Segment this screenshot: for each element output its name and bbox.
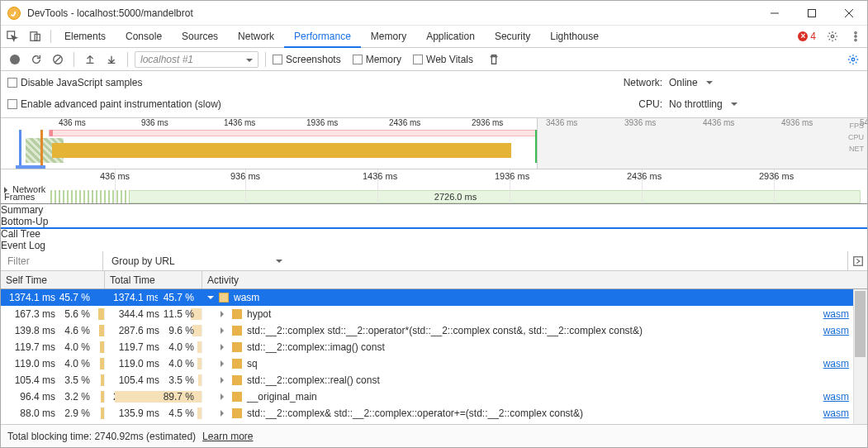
script-icon <box>232 408 242 418</box>
script-icon <box>219 293 229 303</box>
disable-js-checkbox[interactable]: Disable JavaScript samples <box>7 77 142 88</box>
session-dropdown[interactable]: localhost #1 <box>135 51 259 68</box>
activity-name: wasm <box>234 292 259 303</box>
load-profile-button[interactable] <box>81 50 99 69</box>
expand-icon[interactable] <box>221 377 227 384</box>
tab-lighthouse[interactable]: Lighthouse <box>540 26 609 47</box>
webvitals-checkbox[interactable]: Web Vitals <box>413 54 473 65</box>
capture-settings-icon[interactable] <box>844 50 862 69</box>
screenshots-checkbox[interactable]: Screenshots <box>273 54 341 65</box>
group-by-dropdown[interactable]: Group by URL <box>103 251 183 270</box>
expand-icon[interactable] <box>221 393 227 400</box>
close-button[interactable] <box>830 1 867 26</box>
tab-network[interactable]: Network <box>228 26 284 47</box>
script-icon <box>232 326 242 336</box>
tab-elements[interactable]: Elements <box>55 26 116 47</box>
table-row[interactable]: 167.3 ms5.6 %344.4 ms11.5 %hypotwasm <box>1 306 867 322</box>
expand-icon[interactable] <box>221 327 227 334</box>
script-icon <box>232 392 242 402</box>
save-profile-button[interactable] <box>102 50 121 69</box>
table-header: Self Time Total Time Activity <box>1 271 867 289</box>
memory-checkbox[interactable]: Memory <box>353 54 401 65</box>
performance-toolbar: localhost #1 Screenshots Memory Web Vita… <box>1 48 867 71</box>
analysis-tab-call-tree[interactable]: Call Tree <box>1 228 867 240</box>
svg-rect-0 <box>808 9 815 17</box>
record-button[interactable] <box>6 50 24 69</box>
inspect-icon[interactable] <box>1 26 24 47</box>
maximize-button[interactable] <box>793 1 830 26</box>
analysis-tab-summary[interactable]: Summary <box>1 204 867 216</box>
filter-bar: Group by URL <box>1 251 867 271</box>
table-row[interactable]: 96.4 ms3.2 %2698.5 ms89.7 %__original_ma… <box>1 388 867 405</box>
devtools-icon <box>7 7 21 20</box>
error-count-badge[interactable]: 4 <box>793 26 821 47</box>
panel-tabs: ElementsConsoleSourcesNetworkPerformance… <box>1 26 867 48</box>
table-row[interactable]: 1374.1 ms45.7 %1374.1 ms45.7 %wasm <box>1 289 867 306</box>
tab-application[interactable]: Application <box>416 26 485 47</box>
window-titlebar: DevTools - localhost:5000/mandelbrot <box>1 1 867 26</box>
activity-name: std::__2::complex::real() const <box>247 374 380 386</box>
expand-icon[interactable] <box>221 311 227 317</box>
network-throttling-dropdown[interactable]: Online <box>669 77 713 88</box>
svg-rect-10 <box>853 256 862 265</box>
expand-icon[interactable] <box>221 344 227 350</box>
chevron-down-icon <box>276 260 282 266</box>
settings-gear-icon[interactable] <box>821 26 844 47</box>
frames-lane-label: Frames <box>4 192 35 202</box>
table-row[interactable]: 119.0 ms4.0 %119.0 ms4.0 %sqwasm <box>1 355 867 372</box>
window-title: DevTools - localhost:5000/mandelbrot <box>27 7 756 19</box>
device-toggle-icon[interactable] <box>24 26 47 47</box>
bottom-up-table: 1374.1 ms45.7 %1374.1 ms45.7 %wasm167.3 … <box>1 289 867 424</box>
analysis-tab-event-log[interactable]: Event Log <box>1 240 867 251</box>
flame-chart-header[interactable]: 436 ms936 ms1436 ms1936 ms2436 ms2936 ms… <box>1 169 867 204</box>
activity-name: std::__2::complex std::__2::operator*(st… <box>247 325 643 336</box>
vertical-scrollbar[interactable] <box>853 289 867 424</box>
script-icon <box>232 359 242 369</box>
clear-button[interactable] <box>49 50 67 69</box>
expand-heaviest-stack-icon[interactable] <box>847 251 867 270</box>
capture-settings-panel: Disable JavaScript samples Network: Onli… <box>1 71 867 118</box>
tab-console[interactable]: Console <box>116 26 172 47</box>
script-icon <box>232 375 242 385</box>
filter-input[interactable] <box>1 251 103 270</box>
garbage-collect-icon[interactable] <box>485 50 503 69</box>
svg-point-6 <box>855 36 856 37</box>
cpu-label: CPU: <box>613 98 662 110</box>
chevron-down-icon <box>731 102 738 109</box>
expand-icon[interactable] <box>221 410 227 417</box>
more-menu-icon[interactable] <box>844 26 867 47</box>
script-icon <box>232 342 242 352</box>
col-total-time[interactable]: Total Time <box>105 271 202 288</box>
overview-timeline[interactable]: 436 ms936 ms1436 ms1936 ms2436 ms2936 ms… <box>1 118 867 169</box>
svg-point-9 <box>851 58 855 61</box>
tab-security[interactable]: Security <box>485 26 540 47</box>
table-row[interactable]: 119.7 ms4.0 %119.7 ms4.0 %std::__2::comp… <box>1 339 867 355</box>
table-row[interactable]: 81.5 ms2.7 %218.8 ms7.3 %std::__2::compl… <box>1 422 867 424</box>
expand-icon[interactable] <box>221 360 227 367</box>
svg-point-5 <box>855 31 856 33</box>
activity-name: std::__2::complex& std::__2::complex::op… <box>247 407 583 419</box>
svg-rect-2 <box>31 32 37 41</box>
table-row[interactable]: 105.4 ms3.5 %105.4 ms3.5 %std::__2::comp… <box>1 372 867 388</box>
tab-sources[interactable]: Sources <box>172 26 228 47</box>
minimize-button[interactable] <box>756 1 793 26</box>
table-row[interactable]: 139.8 ms4.6 %287.6 ms9.6 %std::__2::comp… <box>1 322 867 339</box>
paint-instrumentation-checkbox[interactable]: Enable advanced paint instrumentation (s… <box>7 98 221 110</box>
svg-point-4 <box>831 35 834 38</box>
chevron-down-icon <box>706 81 713 88</box>
reload-record-button[interactable] <box>27 50 45 69</box>
learn-more-link[interactable]: Learn more <box>202 431 253 442</box>
col-self-time[interactable]: Self Time <box>1 271 105 288</box>
frame-bar[interactable]: 2726.0 ms <box>50 190 861 203</box>
activity-name: sq <box>247 358 258 369</box>
activity-name: std::__2::complex::imag() const <box>247 341 385 353</box>
cpu-throttling-dropdown[interactable]: No throttling <box>669 98 738 110</box>
error-icon <box>798 31 808 41</box>
activity-name: __original_main <box>247 391 317 403</box>
analysis-tab-bottom-up[interactable]: Bottom-Up <box>1 216 867 229</box>
tab-performance[interactable]: Performance <box>284 26 361 48</box>
expand-icon[interactable] <box>207 296 214 303</box>
tab-memory[interactable]: Memory <box>361 26 416 47</box>
table-row[interactable]: 88.0 ms2.9 %135.9 ms4.5 %std::__2::compl… <box>1 405 867 422</box>
col-activity[interactable]: Activity <box>202 271 867 288</box>
